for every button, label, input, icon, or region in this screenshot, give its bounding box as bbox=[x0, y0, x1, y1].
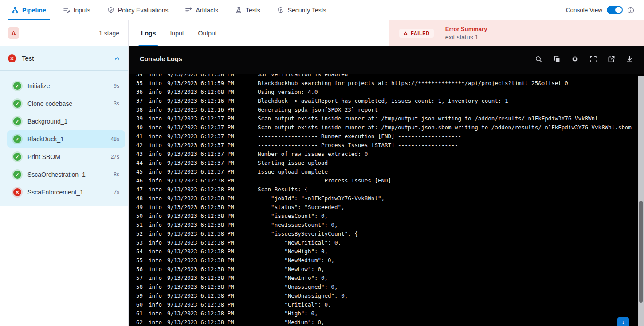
log-timestamp: 9/13/2023 6:12:38 PM bbox=[167, 176, 254, 185]
tab-inputs[interactable]: Inputs bbox=[62, 0, 91, 20]
log-line-39: 39info9/13/2023 6:12:37 PMScan output ex… bbox=[129, 114, 644, 123]
log-level: info bbox=[149, 318, 164, 326]
log-timestamp: 9/13/2023 6:12:16 PM bbox=[167, 97, 254, 105]
log-message: "Unassigned": 0, bbox=[258, 283, 644, 291]
log-message: "issuesBySeverityCount": { bbox=[258, 229, 644, 238]
log-line-number: 62 bbox=[136, 318, 145, 326]
tab-tests[interactable]: Tests bbox=[234, 0, 261, 20]
log-level: info bbox=[149, 309, 164, 318]
log-level: info bbox=[149, 114, 164, 123]
log-line-number: 53 bbox=[136, 238, 145, 247]
log-level: info bbox=[149, 88, 164, 97]
log-message: Number of raw issues extracted: 0 bbox=[258, 150, 644, 159]
log-line-36: 36info9/13/2023 6:12:08 PMUsing version:… bbox=[129, 88, 644, 97]
info-icon[interactable] bbox=[627, 7, 634, 14]
tab-security-tests[interactable]: Security Tests bbox=[276, 0, 327, 20]
log-timestamp: 9/13/2023 6:12:38 PM bbox=[167, 238, 254, 247]
step-label: Clone codebase bbox=[27, 100, 107, 107]
log-line-number: 48 bbox=[136, 194, 145, 203]
log-level: info bbox=[149, 141, 164, 150]
tab-artifacts[interactable]: Artifacts bbox=[184, 0, 219, 20]
step-background-1[interactable]: ✓Background_1 bbox=[7, 113, 125, 130]
log-timestamp: 9/13/2023 6:12:37 PM bbox=[167, 114, 254, 123]
log-message: Scan Results: { bbox=[258, 185, 644, 194]
error-summary-message: exit status 1 bbox=[445, 34, 487, 41]
check-circle-icon: ✓ bbox=[13, 100, 21, 108]
scrollbar-track[interactable] bbox=[638, 76, 644, 326]
log-message: ------------------ Process Issues [START… bbox=[258, 141, 644, 150]
tab-output[interactable]: Output bbox=[196, 20, 220, 46]
log-line-number: 44 bbox=[136, 159, 145, 167]
log-line-number: 43 bbox=[136, 150, 145, 159]
log-line-number: 57 bbox=[136, 274, 145, 283]
tab-input[interactable]: Input bbox=[167, 20, 186, 46]
step-clone-codebase[interactable]: ✓Clone codebase3s bbox=[7, 95, 125, 113]
copy-icon[interactable] bbox=[553, 55, 561, 63]
top-nav-tabs: PipelineInputsPolicy EvaluationsArtifact… bbox=[11, 0, 327, 20]
log-level: info bbox=[149, 221, 164, 229]
tab-label: Security Tests bbox=[288, 7, 326, 14]
log-level: info bbox=[149, 150, 164, 159]
log-message: Starting issue upload bbox=[258, 159, 644, 167]
log-line-46: 46info9/13/2023 6:12:38 PM--------------… bbox=[129, 176, 644, 185]
log-line-number: 42 bbox=[136, 141, 145, 150]
step-label: SscaEnforcement_1 bbox=[27, 189, 107, 196]
console-view-toggle[interactable] bbox=[607, 6, 623, 14]
step-sscaorchestration-1[interactable]: ✓SscaOrchestration_18s bbox=[7, 166, 125, 183]
log-line-34: 34info9/13/2023 6:11:58 PMSSL verificati… bbox=[129, 74, 644, 79]
log-level: info bbox=[149, 212, 164, 221]
security-icon bbox=[277, 7, 284, 14]
log-line-37: 37info9/13/2023 6:12:16 PMBlackduck -> a… bbox=[129, 97, 644, 105]
pipeline-failed-warning-icon bbox=[8, 27, 19, 39]
tab-pipeline[interactable]: Pipeline bbox=[11, 0, 47, 20]
log-line-59: 59info9/13/2023 6:12:38 PM "NewUnassigne… bbox=[129, 291, 644, 300]
tab-label: Inputs bbox=[74, 7, 90, 14]
log-message: Blackduckhub searching for projects at: … bbox=[258, 79, 644, 88]
step-blackduck-1[interactable]: ✓BlackDuck_148s bbox=[7, 130, 125, 148]
log-message: "Critical": 0, bbox=[258, 300, 644, 309]
log-message: Using version: 4.0 bbox=[258, 88, 644, 97]
log-message: "status": "Succeeded", bbox=[258, 203, 644, 212]
step-label: Background_1 bbox=[27, 118, 113, 125]
log-level: info bbox=[149, 265, 164, 274]
log-line-47: 47info9/13/2023 6:12:38 PMScan Results: … bbox=[129, 185, 644, 194]
log-line-45: 45info9/13/2023 6:12:37 PMIssue upload c… bbox=[129, 167, 644, 176]
step-print-sbom[interactable]: ✓Print SBOM27s bbox=[7, 148, 125, 166]
log-message: Blackduck -> awaitReport has completed, … bbox=[258, 97, 644, 105]
log-line-number: 59 bbox=[136, 291, 145, 300]
log-message: "Medium": 0, bbox=[258, 318, 644, 326]
step-sscaenforcement-1[interactable]: ✕SscaEnforcement_17s bbox=[7, 183, 125, 201]
step-label: Initialize bbox=[27, 82, 107, 89]
fullscreen-icon[interactable] bbox=[589, 55, 597, 63]
log-level: info bbox=[149, 274, 164, 283]
log-line-number: 46 bbox=[136, 176, 145, 185]
stage-header-test[interactable]: ✕ Test bbox=[0, 46, 128, 71]
settings-icon[interactable] bbox=[571, 55, 579, 63]
log-line-54: 54info9/13/2023 6:12:38 PM "NewHigh": 0, bbox=[129, 247, 644, 256]
log-line-61: 61info9/13/2023 6:12:38 PM "High": 0, bbox=[129, 309, 644, 318]
log-line-60: 60info9/13/2023 6:12:38 PM "Critical": 0… bbox=[129, 300, 644, 309]
step-initialize[interactable]: ✓Initialize9s bbox=[7, 77, 125, 95]
open-in-new-icon[interactable] bbox=[608, 55, 615, 63]
log-timestamp: 9/13/2023 6:11:58 PM bbox=[167, 74, 254, 79]
stage-summary-bar: 1 stage bbox=[0, 20, 129, 46]
chevron-up-icon[interactable] bbox=[114, 55, 120, 62]
log-line-43: 43info9/13/2023 6:12:37 PMNumber of raw … bbox=[129, 150, 644, 159]
log-timestamp: 9/13/2023 6:12:37 PM bbox=[167, 123, 254, 132]
log-message: "newIssuesCount": 0, bbox=[258, 221, 644, 229]
log-line-number: 54 bbox=[136, 247, 145, 256]
scrollbar-thumb[interactable] bbox=[639, 201, 643, 303]
tab-policy-evaluations[interactable]: Policy Evaluations bbox=[106, 0, 169, 20]
search-icon[interactable] bbox=[535, 55, 542, 63]
log-line-number: 56 bbox=[136, 265, 145, 274]
log-timestamp: 9/13/2023 6:12:38 PM bbox=[167, 265, 254, 274]
log-timestamp: 9/13/2023 6:12:38 PM bbox=[167, 256, 254, 265]
scroll-to-bottom-button[interactable]: ↓ bbox=[617, 317, 629, 326]
log-message: Issue upload complete bbox=[258, 167, 644, 176]
log-line-number: 55 bbox=[136, 256, 145, 265]
warning-triangle-icon bbox=[403, 31, 408, 36]
log-view-tabbar: LogsInputOutput bbox=[129, 20, 389, 46]
download-icon[interactable] bbox=[626, 55, 633, 63]
log-line-41: 41info9/13/2023 6:12:37 PM--------------… bbox=[129, 132, 644, 141]
tab-logs[interactable]: Logs bbox=[138, 20, 158, 46]
